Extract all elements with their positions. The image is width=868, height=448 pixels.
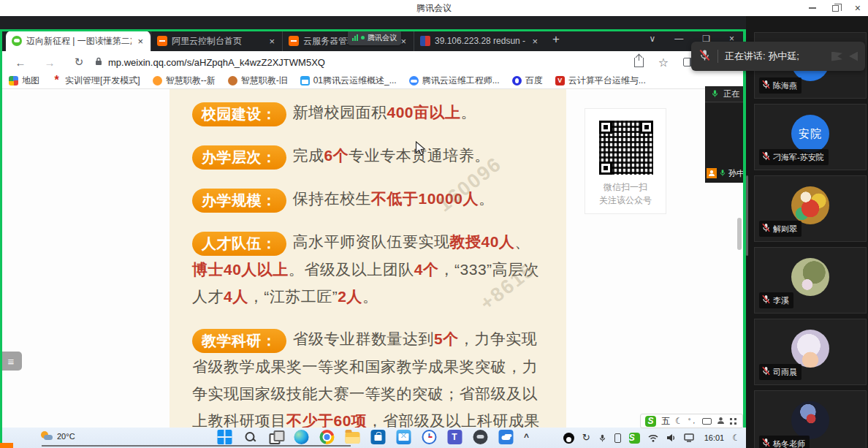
dark-app-icon[interactable]	[473, 430, 487, 444]
ime-punct-icon[interactable]: °，	[688, 414, 698, 428]
meeting-badge-label: 腾讯会议	[368, 33, 397, 43]
tab-menu-icon[interactable]: ∨	[649, 34, 655, 44]
minimize-icon[interactable]	[809, 7, 816, 9]
mic-muted-icon	[761, 437, 771, 448]
article-text: 保持在校生	[293, 190, 372, 207]
article-row: 人才队伍：高水平师资队伍要实现教授40人、博士40人以上。省级及以上团队4个，“…	[192, 228, 544, 310]
mic-muted-icon	[761, 79, 771, 92]
participant-tile[interactable]: 李溪	[754, 247, 867, 314]
new-tab-icon[interactable]: +	[552, 32, 560, 51]
clock-app-icon[interactable]	[422, 430, 436, 444]
article-page: 校园建设：新增校园面积400亩以上。办学层次：完成6个专业专本贯通培养。办学规模…	[2, 89, 743, 428]
avatar	[791, 186, 829, 224]
tab-close-icon[interactable]: ×	[267, 36, 276, 47]
mic-on-icon	[719, 167, 726, 180]
chevron-up-icon[interactable]: ^	[524, 432, 529, 442]
meeting-titlebar: 腾讯会议 ×	[0, 0, 868, 16]
article-text: 6个	[324, 147, 349, 164]
redv-bookmark-icon: V	[555, 76, 565, 86]
chrome-window: 迈向新征程 | 一图读懂第二次党代×阿里云控制台首页×云服务器管理控制台×39.…	[0, 16, 746, 428]
bookmark-item[interactable]: *实训管理[开发模式]	[52, 75, 140, 87]
article-body: 校园建设：新增校园面积400亩以上。办学层次：完成6个专业专本贯通培养。办学规模…	[192, 99, 544, 428]
dnd-moon-icon[interactable]: ☾	[732, 433, 740, 443]
start-icon[interactable]	[217, 430, 232, 444]
page-scrollbar[interactable]	[737, 218, 742, 250]
mail-icon[interactable]	[396, 430, 411, 444]
person-icon[interactable]	[717, 414, 725, 428]
browser-minimize-icon[interactable]: —	[674, 34, 683, 44]
ime-toolbar[interactable]: S 五 ☾ °，	[640, 414, 743, 428]
speaking-toast: 正在讲话: 孙中廷;	[691, 42, 865, 71]
participant-name-label: 陈海燕	[759, 77, 802, 94]
mic-muted-icon	[761, 151, 771, 164]
article-toc-button[interactable]: ≡	[0, 352, 22, 371]
volume-icon[interactable]	[666, 433, 676, 442]
refresh-icon[interactable]: ↻	[70, 56, 88, 69]
participant-tile[interactable]: 安院刁海军-苏安院	[754, 104, 867, 170]
browser-tab[interactable]: 39.106.223.28 redsun - ECS-W×	[414, 31, 545, 51]
weather-icon	[41, 431, 53, 441]
store-icon[interactable]	[370, 430, 385, 444]
flag-icon	[849, 52, 858, 61]
cloud-app-icon[interactable]	[498, 430, 513, 444]
close-icon[interactable]: ×	[855, 4, 861, 12]
qq-icon[interactable]	[563, 433, 574, 444]
bookmark-star-icon[interactable]: ☆	[658, 56, 669, 69]
device-icon[interactable]	[614, 433, 621, 443]
old-bookmark-icon	[228, 76, 237, 86]
wechat-favicon	[12, 36, 22, 46]
sogou-logo-icon[interactable]: S	[645, 416, 656, 427]
article-row: 教学科研：省级专业群数量达到5个，力争实现省级教学成果奖一等奖和国家教学成果奖突…	[192, 325, 544, 428]
address-bar[interactable]: mp.weixin.qq.com/s/aHZpqhA_k4wzZ2XJTWM5X…	[108, 57, 325, 68]
participant-name-label: 李溪	[759, 292, 793, 308]
sogou-tray-icon[interactable]: S	[629, 433, 640, 444]
article-text: 。	[479, 190, 495, 207]
restore-icon[interactable]	[832, 5, 839, 12]
bookmark-item[interactable]: 智慧职教--新	[153, 75, 216, 87]
share-icon[interactable]	[634, 58, 644, 67]
back-icon[interactable]: ←	[12, 56, 29, 69]
list-icon: ≡	[8, 355, 15, 368]
participants-sidebar: 海燕陈海燕安院刁海军-苏安院解则翠李溪司雨晨杨冬老师	[746, 16, 868, 448]
participant-tile[interactable]: 司雨晨	[754, 319, 867, 385]
display-icon[interactable]	[684, 433, 694, 442]
ime-tools-icon[interactable]	[730, 418, 736, 425]
bookmark-item[interactable]: V云计算平台运维与...	[555, 75, 646, 87]
search-icon[interactable]	[243, 430, 257, 444]
bookmarks-bar: 地图*实训管理[开发模式]智慧职教--新智慧职教-旧01腾讯云运维概述_...腾…	[0, 73, 746, 89]
ime-moon-icon[interactable]: ☾	[675, 414, 683, 428]
browser-tab[interactable]: 迈向新征程 | 一图读懂第二次党代×	[6, 31, 151, 51]
mic-tray-icon[interactable]	[598, 433, 606, 443]
tab-close-icon[interactable]: ×	[136, 36, 145, 47]
edge-icon[interactable]	[294, 430, 308, 444]
bookmark-item[interactable]: 地图	[9, 75, 39, 87]
browser-tab[interactable]: 阿里云控制台首页×	[151, 31, 282, 51]
wifi-icon[interactable]	[648, 434, 658, 442]
teams-icon[interactable]: T	[447, 430, 462, 444]
weather-widget[interactable]: 20°C	[41, 431, 75, 441]
mini-video-tile[interactable]: 孙中	[705, 103, 746, 183]
mini-meeting-panel[interactable]: 正在 孙中	[705, 86, 746, 183]
meeting-floating-badge[interactable]: 腾讯会议	[348, 30, 401, 45]
task-view-icon[interactable]	[268, 430, 283, 444]
tab-close-icon[interactable]: ×	[530, 36, 539, 47]
ime-mode-wubi[interactable]: 五	[661, 414, 670, 428]
participant-name: 陈海燕	[773, 80, 797, 91]
bookmark-item[interactable]: 智慧职教-旧	[228, 75, 288, 87]
bookmark-item[interactable]: 百度	[512, 75, 543, 87]
bookmark-item[interactable]: 腾讯云运维工程师...	[409, 75, 500, 87]
participants-scrollbar[interactable]	[746, 175, 748, 256]
participant-tile[interactable]: 解则翠	[754, 175, 867, 242]
participant-tile[interactable]: 杨冬老师	[754, 390, 867, 448]
bookmark-item[interactable]: 01腾讯云运维概述_...	[300, 75, 397, 87]
keyboard-icon[interactable]	[702, 418, 712, 425]
qr-code[interactable]	[599, 121, 653, 175]
taskbar-underline	[42, 445, 351, 447]
file-explorer-icon[interactable]	[345, 432, 359, 444]
clock-time[interactable]: 16:01	[704, 433, 725, 442]
mic-muted-icon	[761, 294, 771, 307]
aliyun-favicon	[157, 36, 167, 46]
chrome-icon[interactable]	[319, 430, 334, 444]
forward-icon[interactable]: →	[41, 56, 58, 69]
sync-icon[interactable]: ↻	[582, 433, 590, 443]
